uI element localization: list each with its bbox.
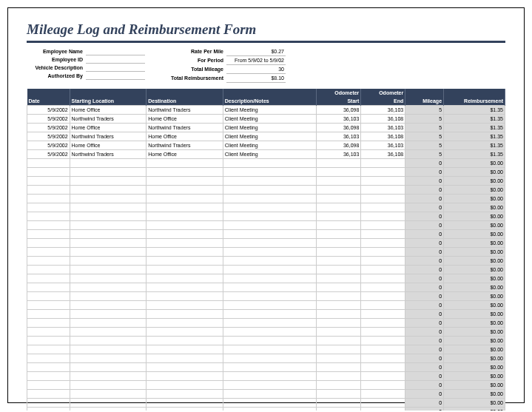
cell-dest[interactable]	[147, 301, 223, 310]
cell-start[interactable]	[70, 177, 147, 186]
cell-dest[interactable]: Home Office	[147, 150, 223, 159]
cell-start[interactable]	[70, 203, 147, 212]
cell-odometer-end[interactable]: 36,103	[361, 141, 405, 150]
cell-dest[interactable]	[147, 292, 223, 301]
cell-odometer-start[interactable]: 36,103	[317, 115, 361, 124]
cell-odometer-end[interactable]	[361, 292, 405, 301]
cell-start[interactable]	[70, 381, 147, 390]
cell-start[interactable]	[70, 345, 147, 354]
cell-start[interactable]	[70, 292, 147, 301]
cell-odometer-start[interactable]: 36,103	[317, 150, 361, 159]
cell-date[interactable]	[27, 301, 70, 310]
cell-date[interactable]	[27, 186, 70, 195]
cell-start[interactable]	[70, 212, 147, 221]
cell-dest[interactable]	[147, 399, 223, 408]
cell-odometer-end[interactable]	[361, 230, 405, 239]
cell-odometer-start[interactable]	[317, 372, 361, 381]
cell-desc[interactable]: Client Meeting	[223, 115, 317, 124]
cell-date[interactable]	[27, 408, 70, 411]
cell-date[interactable]	[27, 248, 70, 257]
cell-date[interactable]	[27, 345, 70, 354]
cell-desc[interactable]: Client Meeting	[223, 106, 317, 115]
cell-start[interactable]: Northwind Traders	[70, 115, 147, 124]
cell-odometer-end[interactable]	[361, 168, 405, 177]
input-employee-name[interactable]	[86, 47, 145, 55]
cell-odometer-end[interactable]	[361, 257, 405, 266]
cell-dest[interactable]	[147, 345, 223, 354]
cell-odometer-end[interactable]	[361, 239, 405, 248]
cell-desc[interactable]	[223, 239, 317, 248]
cell-date[interactable]: 5/9/2002	[27, 106, 70, 115]
cell-odometer-start[interactable]	[317, 230, 361, 239]
cell-date[interactable]	[27, 328, 70, 337]
cell-odometer-end[interactable]	[361, 283, 405, 292]
cell-start[interactable]	[70, 372, 147, 381]
cell-start[interactable]	[70, 408, 147, 411]
cell-odometer-end[interactable]	[361, 381, 405, 390]
cell-desc[interactable]	[223, 248, 317, 257]
cell-odometer-start[interactable]	[317, 203, 361, 212]
cell-desc[interactable]	[223, 399, 317, 408]
cell-dest[interactable]: Home Office	[147, 132, 223, 141]
cell-start[interactable]: Northwind Traders	[70, 132, 147, 141]
cell-desc[interactable]	[223, 230, 317, 239]
cell-desc[interactable]	[223, 159, 317, 168]
cell-desc[interactable]	[223, 354, 317, 363]
cell-desc[interactable]	[223, 337, 317, 345]
cell-dest[interactable]	[147, 274, 223, 283]
cell-start[interactable]	[70, 301, 147, 310]
cell-odometer-start[interactable]	[317, 292, 361, 301]
cell-odometer-start[interactable]	[317, 310, 361, 319]
cell-date[interactable]	[27, 372, 70, 381]
cell-odometer-end[interactable]: 36,108	[361, 115, 405, 124]
cell-odometer-end[interactable]: 36,103	[361, 124, 405, 132]
cell-odometer-end[interactable]	[361, 399, 405, 408]
cell-dest[interactable]	[147, 354, 223, 363]
cell-date[interactable]	[27, 292, 70, 301]
cell-start[interactable]	[70, 399, 147, 408]
cell-dest[interactable]: Northwind Traders	[147, 124, 223, 132]
cell-desc[interactable]	[223, 292, 317, 301]
cell-date[interactable]	[27, 266, 70, 274]
cell-odometer-end[interactable]: 36,108	[361, 132, 405, 141]
cell-start[interactable]	[70, 168, 147, 177]
cell-odometer-end[interactable]	[361, 195, 405, 203]
cell-dest[interactable]	[147, 248, 223, 257]
cell-odometer-end[interactable]	[361, 203, 405, 212]
cell-date[interactable]	[27, 203, 70, 212]
cell-date[interactable]	[27, 195, 70, 203]
cell-start[interactable]	[70, 390, 147, 399]
cell-desc[interactable]	[223, 203, 317, 212]
cell-date[interactable]	[27, 257, 70, 266]
cell-date[interactable]: 5/9/2002	[27, 115, 70, 124]
cell-date[interactable]	[27, 310, 70, 319]
cell-date[interactable]: 5/9/2002	[27, 141, 70, 150]
cell-desc[interactable]	[223, 390, 317, 399]
cell-desc[interactable]	[223, 372, 317, 381]
cell-start[interactable]	[70, 310, 147, 319]
cell-dest[interactable]	[147, 328, 223, 337]
cell-desc[interactable]	[223, 283, 317, 292]
cell-odometer-end[interactable]	[361, 328, 405, 337]
cell-start[interactable]: Home Office	[70, 141, 147, 150]
input-vehicle-description[interactable]	[86, 64, 145, 72]
cell-odometer-start[interactable]	[317, 248, 361, 257]
cell-desc[interactable]	[223, 168, 317, 177]
cell-date[interactable]	[27, 159, 70, 168]
cell-odometer-end[interactable]	[361, 266, 405, 274]
cell-date[interactable]: 5/9/2002	[27, 124, 70, 132]
cell-date[interactable]	[27, 221, 70, 230]
cell-start[interactable]	[70, 221, 147, 230]
cell-odometer-start[interactable]	[317, 266, 361, 274]
cell-dest[interactable]	[147, 310, 223, 319]
cell-desc[interactable]: Client Meeting	[223, 150, 317, 159]
cell-odometer-start[interactable]	[317, 381, 361, 390]
cell-dest[interactable]	[147, 221, 223, 230]
cell-desc[interactable]	[223, 319, 317, 328]
cell-start[interactable]	[70, 257, 147, 266]
cell-start[interactable]	[70, 354, 147, 363]
cell-odometer-start[interactable]	[317, 177, 361, 186]
cell-dest[interactable]	[147, 168, 223, 177]
cell-odometer-end[interactable]	[361, 159, 405, 168]
cell-desc[interactable]	[223, 301, 317, 310]
